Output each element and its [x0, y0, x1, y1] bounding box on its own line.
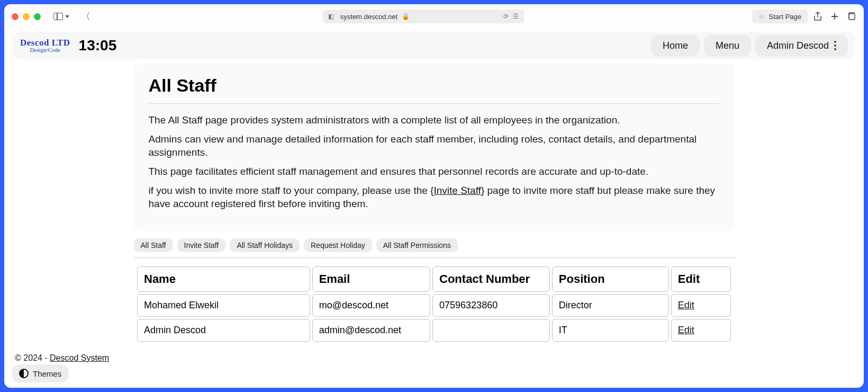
- tab-divider: [134, 257, 735, 258]
- url-text: system.descod.net: [340, 13, 397, 21]
- clock: 13:05: [79, 37, 117, 54]
- tab-invite-staff[interactable]: Invite Staff: [177, 238, 226, 252]
- col-email: Email: [312, 266, 430, 292]
- back-button[interactable]: 〈: [81, 10, 91, 23]
- tab-all-staff[interactable]: All Staff: [134, 238, 173, 252]
- cell-position: IT: [552, 319, 669, 342]
- description-2: Admins can view and manage detailed info…: [149, 132, 720, 159]
- footer-link[interactable]: Descod System: [50, 353, 109, 362]
- tab-all-staff-holidays[interactable]: All Staff Holidays: [230, 238, 300, 252]
- chevron-down-icon: [65, 15, 69, 18]
- new-tab-icon[interactable]: [830, 12, 839, 21]
- start-page-label: Start Page: [769, 13, 801, 21]
- lock-icon: 🔒: [402, 13, 410, 20]
- cell-edit: Edit: [671, 294, 731, 317]
- page-title: All Staff: [149, 75, 720, 96]
- staff-table: Name Email Contact Number Position Edit …: [135, 264, 733, 344]
- app-header: Descod LTD Design/Code 13:05 Home Menu A…: [13, 32, 855, 59]
- tabs-overview-icon[interactable]: [847, 12, 856, 21]
- cell-contact: [432, 319, 550, 342]
- address-bar[interactable]: ◧ system.descod.net 🔒 ⟳ ☰: [323, 10, 524, 23]
- footer-prefix: © 2024 -: [15, 353, 50, 362]
- reader-icon[interactable]: ☰: [513, 13, 519, 20]
- cell-email: admin@descod.net: [312, 319, 430, 342]
- share-icon[interactable]: [813, 12, 822, 21]
- description-1: The All Staff page provides system admin…: [149, 113, 720, 127]
- window-controls: [12, 13, 41, 20]
- cell-name: Admin Descod: [137, 319, 310, 342]
- nav-home-button[interactable]: Home: [651, 35, 700, 57]
- sidebar-toggle[interactable]: [53, 13, 69, 20]
- table-header-row: Name Email Contact Number Position Edit: [137, 266, 731, 292]
- description-3: This page facilitates efficient staff ma…: [149, 165, 720, 179]
- tab-all-staff-permissions[interactable]: All Staff Permissions: [376, 238, 458, 252]
- reload-icon[interactable]: ⟳: [503, 13, 509, 20]
- themes-button[interactable]: Themes: [12, 364, 69, 382]
- invite-staff-inline-link[interactable]: Invite Staff: [433, 185, 481, 196]
- nav-user-label: Admin Descod: [767, 40, 829, 51]
- close-window-button[interactable]: [12, 13, 19, 20]
- start-page-tab[interactable]: ☆ Start Page: [752, 10, 808, 23]
- logo-top-text: Descod LTD: [20, 38, 70, 47]
- edit-link[interactable]: Edit: [678, 300, 694, 310]
- page-card: All Staff The All Staff page provides sy…: [134, 64, 735, 231]
- col-edit: Edit: [671, 266, 731, 292]
- logo[interactable]: Descod LTD Design/Code: [20, 38, 70, 53]
- cell-edit: Edit: [671, 319, 731, 342]
- star-icon: ☆: [758, 13, 765, 21]
- table-row: Admin Descod admin@descod.net IT Edit: [137, 319, 731, 342]
- description-4: if you wish to invite more staff to your…: [149, 184, 720, 211]
- kebab-icon: [834, 41, 836, 50]
- browser-titlebar: 〈 ◧ system.descod.net 🔒 ⟳ ☰ ☆ Start Page: [4, 4, 864, 29]
- svg-rect-0: [849, 14, 855, 20]
- maximize-window-button[interactable]: [34, 13, 41, 20]
- themes-icon: [19, 369, 29, 378]
- cell-contact: 07596323860: [432, 294, 550, 317]
- cell-name: Mohamed Elwekil: [137, 294, 310, 317]
- cell-position: Director: [552, 294, 669, 317]
- table-row: Mohamed Elwekil mo@descod.net 0759632386…: [137, 294, 731, 317]
- sidebar-icon: [53, 13, 63, 20]
- col-contact: Contact Number: [432, 266, 550, 292]
- col-position: Position: [552, 266, 669, 292]
- cell-email: mo@descod.net: [312, 294, 430, 317]
- tab-request-holiday[interactable]: Request Holiday: [304, 238, 372, 252]
- themes-label: Themes: [33, 369, 61, 378]
- description-4-pre: if you wish to invite more staff to your…: [149, 185, 434, 196]
- nav-menu-button[interactable]: Menu: [704, 35, 751, 57]
- minimize-window-button[interactable]: [23, 13, 30, 20]
- site-settings-icon[interactable]: ◧: [328, 13, 334, 20]
- subnav-tabs: All Staff Invite Staff All Staff Holiday…: [134, 238, 735, 252]
- divider: [149, 103, 720, 104]
- edit-link[interactable]: Edit: [678, 325, 694, 335]
- col-name: Name: [137, 266, 310, 292]
- footer: © 2024 - Descod System: [13, 353, 855, 363]
- logo-sub-text: Design/Code: [30, 47, 60, 53]
- nav-user-button[interactable]: Admin Descod: [755, 35, 848, 57]
